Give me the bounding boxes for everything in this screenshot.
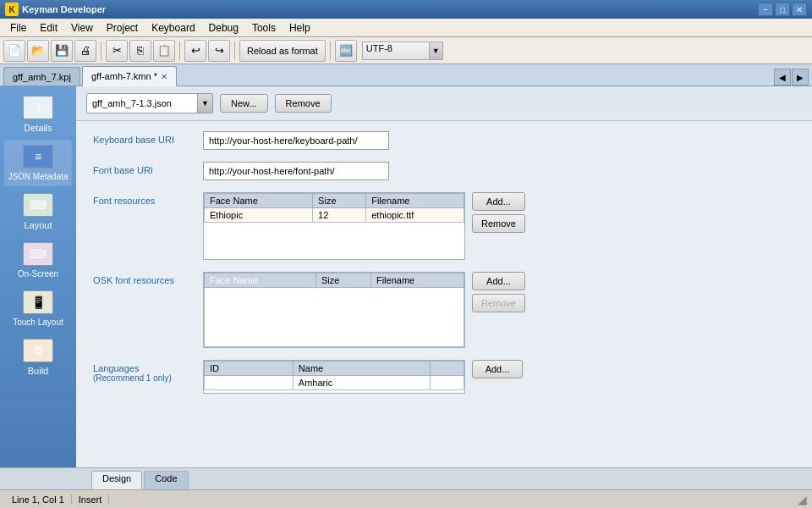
minimize-button[interactable]: − (758, 3, 773, 16)
osk-empty-cell (205, 288, 464, 347)
menu-help[interactable]: Help (283, 20, 317, 36)
file-dropdown-arrow[interactable]: ▼ (197, 94, 212, 113)
print-button[interactable]: 🖨 (74, 40, 96, 62)
build-icon: ⚙ (23, 339, 53, 362)
lang-name-cell: Amharic (293, 376, 431, 390)
font-uri-input[interactable] (203, 162, 389, 180)
osk-font-container: Face Name Size Filename (203, 272, 795, 348)
undo-button[interactable]: ↩ (184, 40, 206, 62)
tab-kmn[interactable]: gff-amh-7.kmn * ✕ (82, 66, 177, 86)
separator-4 (330, 41, 331, 60)
lang-side-buttons: Add... (472, 360, 523, 378)
separator-1 (101, 41, 102, 60)
details-icon: ℹ (23, 96, 53, 119)
sidebar-layout-label: Layout (24, 220, 52, 230)
osk-font-table: Face Name Size Filename (204, 273, 464, 347)
font-cell-filename: ethiopic.ttf (366, 208, 464, 223)
osk-empty-row (205, 288, 464, 347)
sidebar-touch-label: Touch Layout (13, 318, 63, 327)
reload-format-button[interactable]: Reload as format (239, 40, 326, 62)
encoding-dropdown-arrow[interactable]: ▼ (430, 41, 443, 60)
languages-table-wrapper: ID Name amh Amharic (203, 360, 465, 394)
sidebar-item-on-screen[interactable]: ⌨ On-Screen (4, 237, 72, 284)
cut-button[interactable]: ✂ (106, 40, 128, 62)
window-controls: − □ ✕ (758, 3, 807, 16)
menu-tools[interactable]: Tools (245, 20, 283, 36)
menu-project[interactable]: Project (100, 20, 145, 36)
lang-col-id: ID (205, 362, 294, 376)
new-file-button[interactable]: New... (220, 94, 268, 113)
sidebar-item-details[interactable]: ℹ Details (4, 91, 72, 138)
resize-handle[interactable]: ◢ (798, 493, 807, 506)
lang-col-name: Name (293, 362, 431, 376)
lang-add-button[interactable]: Add... (472, 360, 523, 378)
sidebar-on-screen-label: On-Screen (18, 269, 58, 279)
status-bar: Line 1, Col 1 Insert ◢ (0, 489, 812, 508)
content-area: gff_amh_7-1.3.json ▼ New... Remove Keybo… (76, 86, 812, 467)
current-file-label: gff_amh_7-1.3.json (87, 94, 197, 113)
tab-kmn-close[interactable]: ✕ (161, 72, 167, 81)
form-area: Keyboard base URI Font base URI Font res… (76, 121, 812, 467)
tab-kmn-label: gff-amh-7.kmn * (91, 71, 157, 81)
font-col-face: Face Name (205, 194, 313, 208)
new-button[interactable]: 📄 (3, 40, 25, 62)
tab-design[interactable]: Design (91, 471, 142, 489)
close-button[interactable]: ✕ (792, 3, 807, 16)
menu-view[interactable]: View (64, 20, 100, 36)
osk-font-resources-row: OSK font resources Face Name Size Filena… (93, 272, 795, 348)
font-add-button[interactable]: Add... (472, 192, 525, 211)
encoding-icon-button[interactable]: 🔤 (335, 40, 357, 62)
osk-remove-button[interactable]: Remove (472, 294, 525, 312)
sidebar: ℹ Details ≡ JSON Metadata ⌨ Layout ⌨ On-… (0, 86, 76, 467)
menu-bar: File Edit View Project Keyboard Debug To… (0, 19, 812, 37)
sidebar-details-label: Details (24, 123, 52, 133)
tab-nav-next[interactable]: ▶ (792, 69, 809, 86)
font-resources-table: Face Name Size Filename Ethiopic 12 (204, 193, 464, 223)
tab-code[interactable]: Code (144, 471, 188, 489)
file-dropdown[interactable]: gff_amh_7-1.3.json ▼ (86, 93, 213, 113)
menu-keyboard[interactable]: Keyboard (145, 20, 201, 36)
file-selector-row: gff_amh_7-1.3.json ▼ New... Remove (76, 86, 812, 121)
sidebar-item-build[interactable]: ⚙ Build (4, 334, 72, 381)
sidebar-build-label: Build (28, 366, 48, 376)
osk-add-button[interactable]: Add... (472, 272, 525, 290)
tab-nav-prev[interactable]: ◀ (774, 69, 791, 86)
font-cell-face: Ethiopic (205, 208, 313, 223)
lang-id-cell: amh (205, 376, 294, 390)
encoding-display[interactable]: UTF-8 (362, 41, 430, 60)
font-side-buttons: Add... Remove (472, 192, 525, 233)
sidebar-item-json-metadata[interactable]: ≡ JSON Metadata (4, 140, 72, 186)
maximize-button[interactable]: □ (775, 3, 790, 16)
menu-file[interactable]: File (3, 20, 33, 36)
sidebar-item-touch-layout[interactable]: 📱 Touch Layout (4, 285, 72, 332)
menu-edit[interactable]: Edit (33, 20, 64, 36)
keyboard-uri-input[interactable] (203, 131, 389, 150)
font-remove-button[interactable]: Remove (472, 214, 525, 233)
bottom-tabs: Design Code (0, 467, 812, 489)
font-resources-table-wrapper: Face Name Size Filename Ethiopic 12 (203, 192, 465, 260)
paste-button[interactable]: 📋 (153, 40, 175, 62)
remove-file-button[interactable]: Remove (275, 94, 332, 113)
tab-kpj[interactable]: gff_amh_7.kpj (3, 67, 80, 86)
lang-empty-cell (431, 376, 464, 390)
languages-label: Languages (93, 360, 203, 373)
keyboard-uri-row: Keyboard base URI (93, 131, 795, 150)
osk-side-buttons: Add... Remove (472, 272, 525, 312)
languages-container: ID Name amh Amharic (203, 360, 795, 394)
osk-col-size: Size (315, 273, 370, 288)
font-uri-label: Font base URI (93, 162, 203, 175)
json-metadata-icon: ≡ (23, 145, 53, 168)
menu-debug[interactable]: Debug (202, 20, 245, 36)
copy-button[interactable]: ⎘ (129, 40, 151, 62)
encoding-selector: UTF-8 ▼ (362, 41, 443, 60)
open-button[interactable]: 📂 (27, 40, 49, 62)
save-button[interactable]: 💾 (51, 40, 73, 62)
redo-button[interactable]: ↪ (208, 40, 230, 62)
tab-bar: gff_amh_7.kpj gff-amh-7.kmn * ✕ ◀ ▶ (0, 64, 812, 86)
sidebar-item-layout[interactable]: ⌨ Layout (4, 188, 72, 235)
sidebar-json-label: JSON Metadata (8, 172, 68, 181)
font-resources-label: Font resources (93, 192, 203, 206)
font-row-1[interactable]: Ethiopic 12 ethiopic.ttf (205, 208, 464, 223)
status-position: Line 1, Col 1 (5, 494, 72, 505)
lang-row-1[interactable]: amh Amharic (205, 376, 464, 390)
